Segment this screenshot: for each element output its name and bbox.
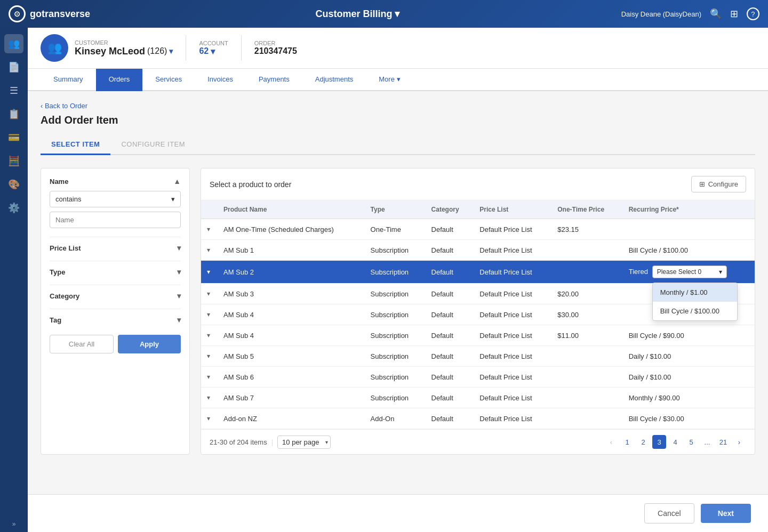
cancel-button[interactable]: Cancel [644,503,694,523]
table-row[interactable]: ▾ AM One-Time (Scheduled Charges) One-Ti… [201,219,755,240]
table-row[interactable]: ▾ AM Sub 4 Subscription Default Default … [201,325,755,346]
order-value: 210347475 [254,46,297,56]
dropdown-item-billcycle[interactable]: Bill Cycle / $100.00 [653,302,737,320]
price-dropdown-trigger[interactable]: Please Select 0 ▾ [652,265,727,278]
expand-icon[interactable]: ▾ [203,309,214,320]
product-name: AM Sub 7 [217,388,364,408]
expand-icon[interactable]: ▾ [203,224,214,235]
product-recurring: Daily / $10.00 [622,346,755,367]
table-toolbar: Select a product to order ⊞ Configure [201,168,755,200]
product-type: Subscription [364,304,425,325]
table-row[interactable]: ▾ AM Sub 6 Subscription Default Default … [201,367,755,388]
grid-icon[interactable]: ⊞ [730,8,738,20]
help-icon[interactable]: ? [747,7,759,20]
product-name: AM Sub 2 [217,261,364,284]
product-onetime [551,367,622,388]
per-page-select[interactable]: 10 per page 25 per page 50 per page [277,436,331,449]
configure-icon: ⊞ [699,180,705,188]
tab-orders[interactable]: Orders [96,69,143,91]
page-5-button[interactable]: 5 [684,435,698,449]
top-right-actions: Daisy Deane (DaisyDean) 🔍 ⊞ ? [599,7,759,20]
app-title[interactable]: Customer Billing ▾ [315,8,399,20]
table-row[interactable]: ▾ AM Sub 2 Subscription Default Default … [201,261,755,284]
tab-adjustments[interactable]: Adjustments [302,69,366,91]
sidebar-item-docs[interactable]: 📄 [4,58,23,77]
expand-icon[interactable]: ▾ [203,267,214,277]
product-type: Subscription [364,346,425,367]
expand-icon[interactable]: ▾ [203,245,214,255]
filter-contains-select[interactable]: contains ▾ [50,191,181,207]
page-next-button[interactable]: › [732,435,746,449]
apply-button[interactable]: Apply [118,335,181,353]
expand-icon[interactable]: ▾ [203,351,214,361]
search-icon[interactable]: 🔍 [710,8,722,20]
page-21-button[interactable]: 21 [716,435,730,449]
filter-name-input[interactable] [50,212,181,228]
page-2-button[interactable]: 2 [636,435,650,449]
sidebar-item-file[interactable]: 📋 [4,104,23,124]
price-dropdown-value: Please Select 0 [657,268,701,276]
product-category: Default [425,408,474,429]
product-category: Default [425,304,474,325]
customer-caret[interactable]: ▾ [169,47,173,55]
back-link[interactable]: ‹ Back to Order [41,102,755,110]
clear-all-button[interactable]: Clear All [50,335,114,353]
expand-icon[interactable]: ▾ [203,413,214,424]
user-name[interactable]: Daisy Deane (DaisyDean) [621,10,701,18]
sidebar-item-list[interactable]: ☰ [4,81,23,100]
product-type: One-Time [364,219,425,240]
product-onetime [551,408,622,429]
customer-name: Kinsey McLeod (126) ▾ [75,46,173,57]
product-type: Subscription [364,284,425,304]
table-title: Select a product to order [210,180,291,189]
product-recurring[interactable]: Tiered Please Select 0 ▾ Monthl [622,261,755,284]
sidebar-item-users[interactable]: 👥 [4,34,23,53]
expand-icon[interactable]: ▾ [203,330,214,341]
product-name: AM Sub 4 [217,304,364,325]
product-recurring: Monthly / $90.00 [622,388,755,408]
dropdown-item-monthly[interactable]: Monthly / $1.00 [653,283,737,302]
table-row[interactable]: ▾ AM Sub 5 Subscription Default Default … [201,346,755,367]
pagination-count: 21-30 of 204 items [210,438,267,446]
top-nav: ⊙ gotransverse Customer Billing ▾ Daisy … [0,0,768,28]
table-row[interactable]: ▾ AM Sub 1 Subscription Default Default … [201,240,755,261]
filter-type-header[interactable]: Type ▾ [50,268,181,276]
product-pricelist: Default Price List [473,240,551,261]
sub-tab-select-item[interactable]: SELECT ITEM [41,135,110,155]
account-caret[interactable]: ▾ [211,46,215,57]
filter-name-section: Name ▲ contains ▾ [50,177,181,228]
tab-more[interactable]: More ▾ [366,69,413,91]
customer-avatar: 👥 [41,34,68,62]
page-3-button[interactable]: 3 [652,435,666,449]
expand-icon[interactable]: ▾ [203,372,214,382]
table-panel: Select a product to order ⊞ Configure Pr… [201,168,755,455]
table-row[interactable]: ▾ Add-on NZ Add-On Default Default Price… [201,408,755,429]
sidebar-item-palette[interactable]: 🎨 [4,175,23,194]
filter-name-header[interactable]: Name ▲ [50,177,181,186]
tab-summary[interactable]: Summary [41,69,96,91]
page-4-button[interactable]: 4 [668,435,682,449]
tab-payments[interactable]: Payments [246,69,302,91]
page-1-button[interactable]: 1 [620,435,634,449]
product-category: Default [425,284,474,304]
sidebar-item-card[interactable]: 💳 [4,128,23,147]
tab-services[interactable]: Services [142,69,195,91]
sub-tab-configure-item[interactable]: CONFIGURE ITEM [110,135,196,155]
filter-tag-header[interactable]: Tag ▾ [50,316,181,324]
tab-bar: Summary Orders Services Invoices Payment… [28,69,768,91]
filter-category-header[interactable]: Category ▾ [50,292,181,300]
sidebar-expand[interactable]: » [12,520,16,528]
expand-icon[interactable]: ▾ [203,392,214,403]
configure-button[interactable]: ⊞ Configure [691,176,746,192]
logo[interactable]: ⊙ gotransverse [9,5,115,22]
product-pricelist: Default Price List [473,367,551,388]
sidebar-item-settings[interactable]: ⚙️ [4,198,23,217]
expand-icon[interactable]: ▾ [203,288,214,299]
tab-invoices[interactable]: Invoices [195,69,246,91]
next-button[interactable]: Next [701,504,751,523]
filter-pricelist-header[interactable]: Price List ▾ [50,244,181,252]
col-product-name: Product Name [217,200,364,219]
sidebar-item-calc[interactable]: 🧮 [4,151,23,171]
page-prev-button[interactable]: ‹ [604,435,618,449]
table-row[interactable]: ▾ AM Sub 7 Subscription Default Default … [201,388,755,408]
